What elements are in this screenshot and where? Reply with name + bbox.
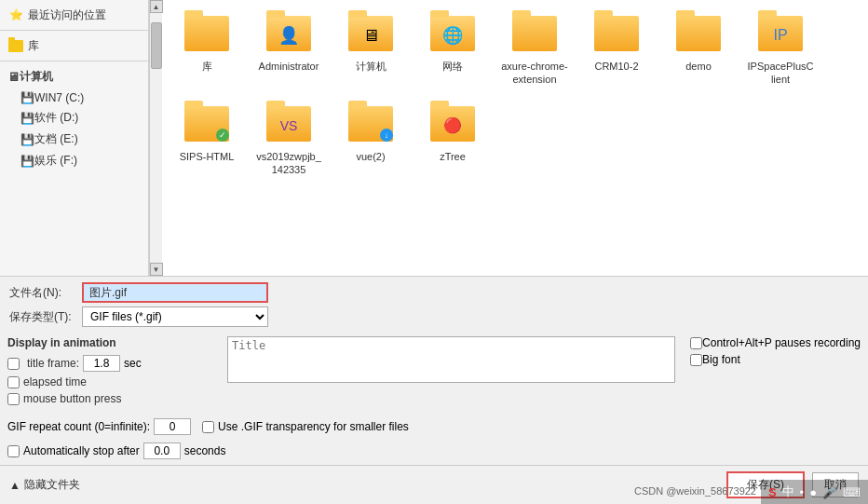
gif-transparency-group: Use .GIF transparency for smaller files [202, 420, 409, 433]
elapsed-time-row: elapsed time [7, 375, 212, 388]
taskbar-chinese[interactable]: 中 [782, 484, 794, 500]
sidebar-divider-2 [0, 61, 148, 61]
sidebar-computer-label: 计算机 [20, 69, 53, 85]
file-sips-label: SIPS-HTML [180, 150, 235, 163]
folder-axure-icon [512, 11, 557, 56]
folder-lib-icon [184, 11, 229, 56]
file-item-vs2019[interactable]: VS vs2019zwpjb_142335 [251, 98, 326, 181]
control-alt-p-checkbox[interactable] [690, 337, 702, 349]
big-font-row: Big font [690, 353, 861, 366]
sidebar-drive-c[interactable]: 💾 WIN7 (C:) [0, 89, 148, 107]
check-badge: ✓ [216, 129, 229, 142]
sidebar-item-lib[interactable]: 库 [0, 34, 148, 57]
title-frame-label: title frame: [27, 357, 79, 370]
scroll-up-button[interactable]: ▲ [150, 0, 163, 13]
drive-e-icon: 💾 [20, 133, 34, 146]
auto-stop-checkbox[interactable] [7, 445, 20, 457]
filename-input[interactable] [82, 282, 268, 303]
file-item-demo[interactable]: demo [661, 7, 736, 90]
title-textarea[interactable] [227, 336, 675, 383]
hide-folders-button[interactable]: ▲ 隐藏文件夹 [9, 477, 80, 493]
recent-icon: ⭐ [7, 7, 24, 23]
title-frame-input[interactable] [83, 355, 120, 372]
taskbar: S 中 • ● 🎤 ⌨ [761, 480, 868, 504]
taskbar-dot1[interactable]: • [800, 485, 805, 499]
sidebar-drive-f[interactable]: 💾 娱乐 (F:) [0, 150, 148, 171]
csdn-watermark: CSDN @weixin_58673922 [634, 485, 756, 497]
gif-transparency-checkbox[interactable] [202, 421, 214, 433]
mouse-button-checkbox[interactable] [7, 393, 20, 405]
sidebar-computer-category[interactable]: 🖥 计算机 [0, 65, 148, 89]
arrow-badge: ↓ [380, 129, 393, 142]
sidebar-drive-e-label: 文档 (E:) [34, 131, 78, 147]
auto-stop-label: Automatically stop after [23, 444, 140, 457]
auto-stop-input[interactable] [143, 443, 181, 459]
file-item-vue[interactable]: ↓ vue(2) [333, 98, 408, 181]
sidebar: ⭐ 最近访问的位置 库 🖥 计算机 💾 WIN7 (C:) [0, 0, 149, 276]
mouse-button-row: mouse button press [7, 392, 212, 405]
file-item-ipspace[interactable]: IP IPSpacePlusClient [743, 7, 818, 90]
scroll-thumb[interactable] [151, 22, 162, 69]
options-panel: Display in animation title frame: sec el… [0, 333, 868, 415]
control-alt-p-row: Control+Alt+P pauses recording [690, 336, 861, 349]
file-axure-label: axure-chrome-extension [501, 60, 568, 87]
folder-demo-icon [676, 11, 721, 56]
folder-ztree-icon: 🔴 [430, 102, 475, 146]
folder-computer-icon: 🖥 [348, 11, 393, 56]
file-item-network[interactable]: 🌐 网络 [415, 7, 490, 90]
filename-row: 文件名(N): [9, 282, 859, 303]
filetype-label: 保存类型(T): [9, 309, 75, 325]
drive-f-icon: 💾 [20, 155, 34, 168]
taskbar-keyboard[interactable]: ⌨ [843, 485, 861, 499]
elapsed-time-label: elapsed time [23, 375, 87, 388]
folder-network-icon: 🌐 [430, 11, 475, 56]
file-admin-label: Administrator [259, 60, 319, 73]
gif-repeat-group: GIF repeat count (0=infinite): [7, 418, 191, 435]
file-item-sips[interactable]: ✓ SIPS-HTML [170, 98, 244, 181]
scroll-track [151, 13, 162, 263]
folder-ipspace-icon: IP [758, 11, 803, 56]
file-item-axure[interactable]: axure-chrome-extension [497, 7, 572, 90]
sidebar-divider-1 [0, 30, 148, 31]
file-item-crm[interactable]: CRM10-2 [579, 7, 654, 90]
computer-icon: 🖥 [7, 70, 20, 84]
sidebar-drive-c-label: WIN7 (C:) [34, 91, 84, 104]
elapsed-time-checkbox[interactable] [7, 376, 20, 388]
auto-stop-unit: seconds [184, 444, 226, 457]
file-item-computer[interactable]: 🖥 计算机 [333, 7, 408, 90]
sidebar-item-recent[interactable]: ⭐ 最近访问的位置 [0, 4, 148, 26]
options-title: Display in animation [7, 336, 212, 349]
file-computer-label: 计算机 [356, 60, 387, 73]
file-content-area: 库 👤 Administrator 🖥 计算机 [162, 0, 868, 276]
taskbar-dot2[interactable]: ● [809, 485, 817, 499]
taskbar-mic[interactable]: 🎤 [822, 485, 837, 499]
folder-vue-icon: ↓ [348, 102, 393, 146]
folder-admin-icon: 👤 [266, 11, 311, 56]
bottom-bar: ▲ 隐藏文件夹 保存(S) 取消 [0, 465, 868, 504]
file-item-ztree[interactable]: 🔴 zTree [415, 98, 490, 181]
sidebar-recent-label: 最近访问的位置 [28, 7, 106, 23]
gif-options-row: GIF repeat count (0=infinite): Use .GIF … [0, 415, 868, 439]
big-font-label: Big font [702, 353, 740, 366]
scroll-down-button[interactable]: ▼ [150, 263, 163, 276]
save-dialog: ⭐ 最近访问的位置 库 🖥 计算机 💾 WIN7 (C:) [0, 0, 868, 504]
gif-transparency-label: Use .GIF transparency for smaller files [218, 420, 409, 433]
file-vue-label: vue(2) [356, 150, 385, 163]
sidebar-drive-e[interactable]: 💾 文档 (E:) [0, 129, 148, 150]
file-item-lib[interactable]: 库 [170, 7, 244, 90]
gif-repeat-label: GIF repeat count (0=infinite): [7, 420, 150, 433]
filetype-select[interactable]: GIF files (*.gif) [82, 306, 268, 327]
sidebar-scrollbar[interactable]: ▲ ▼ [149, 0, 162, 276]
file-item-admin[interactable]: 👤 Administrator [251, 7, 326, 90]
file-vs2019-label: vs2019zwpjb_142335 [255, 150, 322, 177]
big-font-checkbox[interactable] [690, 354, 702, 366]
file-ztree-label: zTree [440, 150, 466, 163]
folder-crm-icon [594, 11, 639, 56]
options-left: Display in animation title frame: sec el… [7, 336, 212, 409]
shurufa-icon[interactable]: S [768, 485, 777, 499]
options-right: Control+Alt+P pauses recording Big font [690, 336, 861, 409]
sidebar-drive-d[interactable]: 💾 软件 (D:) [0, 107, 148, 129]
sidebar-drive-f-label: 娱乐 (F:) [34, 153, 77, 169]
gif-repeat-input[interactable] [154, 418, 191, 435]
title-frame-checkbox[interactable] [7, 358, 20, 370]
